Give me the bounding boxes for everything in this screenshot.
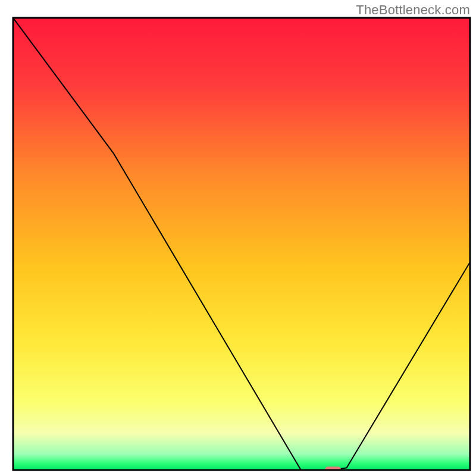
bottleneck-chart [0,0,476,476]
gradient-background [13,18,470,470]
chart-container: TheBottleneck.com [0,0,476,476]
watermark-text: TheBottleneck.com [356,2,470,18]
